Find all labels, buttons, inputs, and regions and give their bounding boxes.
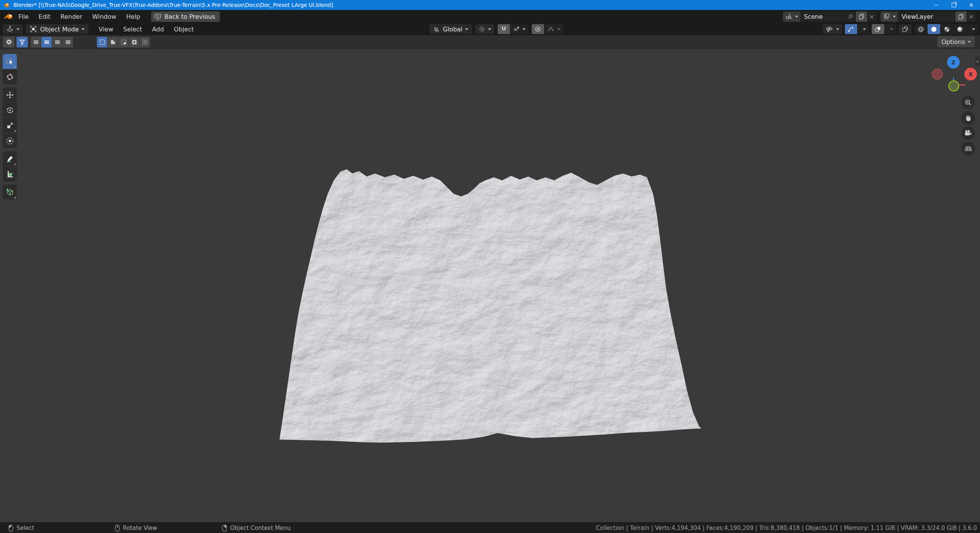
snap-toggle[interactable]	[498, 24, 510, 34]
camera-icon	[964, 129, 972, 137]
material-sphere-icon	[943, 26, 951, 33]
select-mode-intersect[interactable]	[139, 37, 150, 47]
tool-annotate[interactable]	[3, 151, 17, 166]
chevron-down-icon	[523, 28, 526, 30]
minimize-button[interactable]	[927, 0, 945, 10]
unlink-scene-button[interactable]: ×	[867, 11, 877, 22]
restore-button[interactable]	[945, 0, 962, 10]
remove-viewlayer-button[interactable]: ×	[967, 11, 976, 22]
scene-icon	[785, 13, 792, 20]
mode-dropdown[interactable]: Object Mode	[26, 24, 88, 34]
select-mode-difference[interactable]	[129, 37, 139, 47]
filter-button[interactable]	[16, 37, 28, 47]
hint-rotate-view-label: Rotate View	[123, 525, 157, 531]
tool-scale[interactable]	[3, 118, 17, 133]
shading-settings-dropdown[interactable]	[966, 24, 978, 34]
object-visibility-dropdown[interactable]	[823, 24, 842, 34]
tool-settings-gear-button[interactable]	[3, 37, 15, 47]
menu-file[interactable]: File	[13, 13, 34, 20]
select-mode-set[interactable]	[97, 37, 107, 47]
measure-icon	[6, 170, 14, 178]
tool-add-cube[interactable]	[3, 185, 17, 199]
menu-help[interactable]: Help	[121, 13, 145, 20]
scene-browse-button[interactable]	[783, 11, 800, 22]
menu-add[interactable]: Add	[147, 26, 169, 33]
lines-icon	[65, 39, 72, 46]
tool-select-box[interactable]	[3, 54, 17, 69]
viewlayer-browse-button[interactable]	[880, 11, 898, 22]
gizmo-axis-x[interactable]: X	[964, 68, 977, 80]
select-mode-subtract[interactable]	[118, 37, 129, 47]
density-option-4[interactable]	[62, 37, 73, 47]
pivot-point-dropdown[interactable]	[475, 24, 494, 34]
back-screen-icon	[154, 13, 162, 20]
restore-icon	[952, 3, 956, 7]
hint-rotate-view: Rotate View	[115, 523, 157, 533]
pin-scene-button[interactable]	[845, 11, 856, 22]
mouse-middle-click-icon	[115, 525, 120, 532]
back-to-previous-button[interactable]: Back to Previous	[151, 11, 220, 22]
tool-measure[interactable]	[3, 167, 17, 181]
move-icon	[6, 91, 14, 99]
menu-object[interactable]: Object	[169, 26, 199, 33]
gizmo-axis-y[interactable]	[948, 80, 959, 92]
scene-name[interactable]: Scene	[800, 13, 845, 20]
camera-view-button[interactable]	[961, 126, 975, 140]
tool-rotate[interactable]	[3, 103, 17, 118]
new-scene-button[interactable]	[856, 11, 867, 22]
orthographic-toggle-button[interactable]	[961, 142, 975, 155]
snap-settings-dropdown[interactable]	[510, 24, 528, 34]
overlays-settings-dropdown[interactable]	[884, 24, 896, 34]
pan-button[interactable]	[961, 111, 975, 125]
proportional-edit-group	[532, 24, 563, 34]
xray-toggle[interactable]	[899, 24, 911, 34]
density-option-1[interactable]	[31, 37, 41, 47]
chevron-down-icon	[465, 28, 468, 30]
menu-edit[interactable]: Edit	[34, 13, 56, 20]
grid-icon	[964, 145, 972, 153]
tool-settings-bar: Options	[0, 35, 980, 49]
back-to-previous-label: Back to Previous	[164, 13, 215, 20]
select-mode-extend[interactable]	[107, 37, 118, 47]
hint-select: Select	[8, 523, 34, 533]
falloff-curve-icon	[547, 26, 555, 33]
transform-orientation-dropdown[interactable]: Global	[430, 24, 472, 34]
funnel-icon	[19, 39, 26, 46]
proportional-editing-toggle[interactable]	[532, 24, 544, 34]
gizmo-axis-z[interactable]: Z	[947, 56, 960, 69]
options-dropdown[interactable]: Options	[938, 36, 975, 47]
tool-move[interactable]	[3, 87, 17, 102]
tool-cursor[interactable]	[3, 69, 17, 84]
zoom-button[interactable]	[961, 96, 975, 110]
shading-wireframe-button[interactable]	[915, 24, 927, 34]
shading-rendered-button[interactable]	[953, 24, 966, 34]
shading-solid-button[interactable]	[927, 24, 940, 34]
shading-material-button[interactable]	[940, 24, 953, 34]
terrain-mesh[interactable]	[268, 154, 708, 448]
menu-select[interactable]: Select	[118, 26, 147, 33]
editor-type-button[interactable]	[3, 24, 23, 34]
menu-render[interactable]: Render	[56, 13, 87, 20]
terrain-surface[interactable]	[279, 169, 701, 443]
scene-statistics: Collection | Terrain | Verts:4,194,304 |…	[596, 523, 977, 533]
3d-cursor-icon	[6, 73, 14, 81]
tool-transform[interactable]	[3, 133, 17, 148]
menu-window[interactable]: Window	[87, 13, 121, 20]
add-cube-icon	[6, 188, 14, 196]
density-option-3[interactable]	[52, 37, 62, 47]
show-overlays-toggle[interactable]	[872, 24, 884, 34]
viewlayer-name[interactable]: ViewLayer	[898, 13, 956, 20]
blender-menu-icon[interactable]	[4, 13, 13, 20]
show-gizmo-toggle[interactable]	[845, 24, 857, 34]
density-option-2[interactable]	[41, 37, 52, 47]
gizmo-settings-dropdown[interactable]	[857, 24, 869, 34]
pivot-point-icon	[479, 26, 485, 33]
gizmo-axis-minus-x[interactable]	[932, 69, 943, 80]
menu-view[interactable]: View	[94, 26, 118, 33]
new-viewlayer-button[interactable]	[956, 11, 967, 22]
close-button[interactable]: ×	[962, 0, 980, 10]
transform-snap-cluster: Global	[430, 24, 563, 34]
viewport-3d[interactable]: ‹ Z X	[0, 49, 980, 522]
proportional-falloff-dropdown[interactable]	[544, 24, 563, 34]
title-bar: Blender* [\\True-NAS\Google_Drive_True-V…	[0, 0, 980, 10]
